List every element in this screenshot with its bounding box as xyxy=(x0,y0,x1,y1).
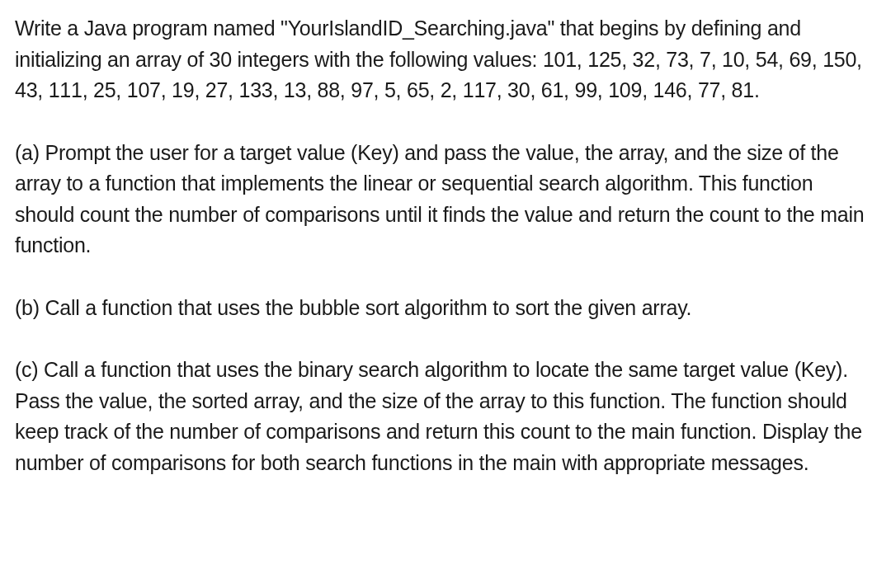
part-c-paragraph: (c) Call a function that uses the binary… xyxy=(15,355,876,478)
part-b-paragraph: (b) Call a function that uses the bubble… xyxy=(15,293,876,324)
part-a-paragraph: (a) Prompt the user for a target value (… xyxy=(15,138,876,261)
intro-paragraph: Write a Java program named "YourIslandID… xyxy=(15,13,876,106)
